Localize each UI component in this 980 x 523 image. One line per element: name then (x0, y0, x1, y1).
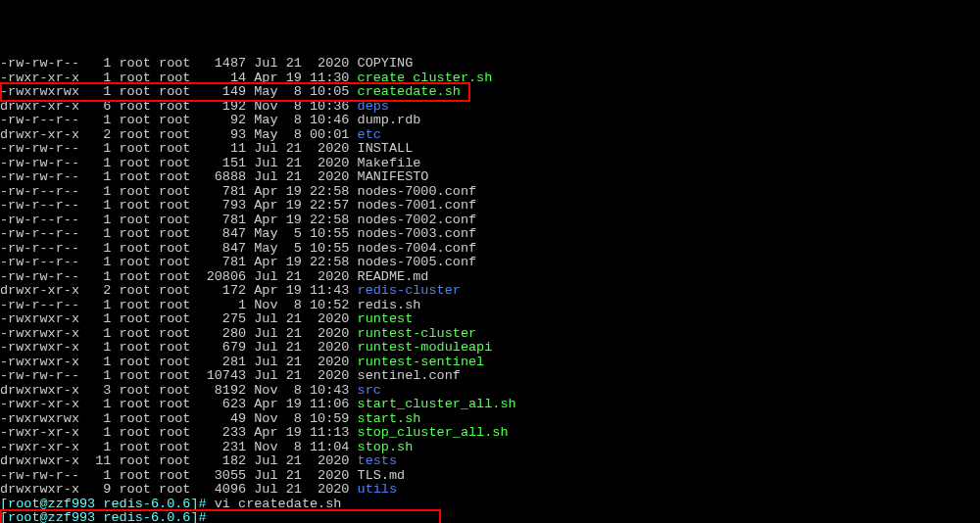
file-name: redis-cluster (358, 283, 461, 298)
file-name: nodes-7000.conf (358, 184, 477, 199)
ls-row: -rw-r--r-- 1 root root 793 Apr 19 22:57 … (0, 199, 980, 214)
terminal-window[interactable]: -rw-rw-r-- 1 root root 1487 Jul 21 2020 … (0, 57, 980, 523)
file-meta: -rwxrwxrwx 1 root root 149 May 8 10:05 (0, 84, 358, 99)
prompt-segment: ]# (190, 497, 214, 511)
ls-row: -rwxrwxr-x 1 root root 275 Jul 21 2020 r… (0, 312, 980, 327)
file-name: runtest-moduleapi (358, 340, 493, 355)
ls-row: -rw-rw-r-- 1 root root 151 Jul 21 2020 M… (0, 157, 980, 171)
ls-row: -rwxr-xr-x 1 root root 14 Apr 19 11:30 c… (0, 71, 980, 86)
file-meta: -rw-rw-r-- 1 root root 151 Jul 21 2020 (0, 156, 358, 170)
file-name: createdate.sh (358, 84, 461, 99)
prompt-segment: root@zzf993 (8, 497, 95, 511)
file-name: nodes-7002.conf (358, 213, 477, 227)
file-name: utils (358, 482, 398, 497)
file-meta: drwxr-xr-x 2 root root 93 May 8 00:01 (0, 127, 358, 142)
file-name: create_cluster.sh (358, 71, 493, 85)
file-name: COPYING (358, 56, 414, 71)
file-name: TLS.md (358, 468, 406, 483)
file-name: Makefile (358, 156, 421, 170)
command-text: vi createdate.sh (215, 497, 342, 511)
file-meta: -rwxrwxrwx 1 root root 49 Nov 8 10:59 (0, 411, 358, 426)
file-name: nodes-7003.conf (358, 226, 477, 241)
prompt-segment: [ (0, 497, 8, 511)
file-name: sentinel.conf (358, 368, 461, 383)
file-meta: -rw-r--r-- 1 root root 847 May 5 10:55 (0, 226, 358, 241)
file-name: start_cluster_all.sh (358, 397, 516, 411)
file-name: MANIFESTO (358, 169, 429, 184)
file-meta: -rw-rw-r-- 1 root root 6888 Jul 21 2020 (0, 169, 358, 184)
file-meta: -rwxr-xr-x 1 root root 14 Apr 19 11:30 (0, 71, 358, 85)
ls-row: -rwxrwxrwx 1 root root 49 Nov 8 10:59 st… (0, 412, 980, 427)
ls-row: -rw-r--r-- 1 root root 847 May 5 10:55 n… (0, 242, 980, 257)
file-name: stop.sh (358, 440, 414, 454)
file-name: tests (358, 453, 398, 468)
file-name: nodes-7001.conf (358, 198, 477, 213)
ls-row: drwxrwxr-x 3 root root 8192 Nov 8 10:43 … (0, 384, 980, 399)
file-meta: drwxrwxr-x 3 root root 8192 Nov 8 10:43 (0, 383, 358, 398)
file-meta: drwxrwxr-x 9 root root 4096 Jul 21 2020 (0, 482, 358, 497)
file-meta: -rwxr-xr-x 1 root root 623 Apr 19 11:06 (0, 397, 358, 411)
file-meta: drwxrwxr-x 11 root root 182 Jul 21 2020 (0, 453, 358, 468)
file-name: deps (358, 99, 389, 114)
ls-row: -rw-r--r-- 1 root root 781 Apr 19 22:58 … (0, 214, 980, 228)
prompt-segment: ]# (190, 510, 214, 523)
file-meta: -rw-r--r-- 1 root root 781 Apr 19 22:58 (0, 213, 358, 227)
file-meta: -rw-r--r-- 1 root root 781 Apr 19 22:58 (0, 184, 358, 199)
ls-row: drwxr-xr-x 6 root root 192 Nov 8 10:36 d… (0, 100, 980, 115)
ls-row: drwxr-xr-x 2 root root 172 Apr 19 11:43 … (0, 284, 980, 299)
file-meta: drwxr-xr-x 2 root root 172 Apr 19 11:43 (0, 283, 358, 298)
file-name: dump.rdb (358, 113, 421, 127)
ls-row: -rwxr-xr-x 1 root root 233 Apr 19 11:13 … (0, 426, 980, 441)
file-name: etc (358, 127, 381, 142)
file-name: runtest-cluster (358, 326, 477, 341)
file-meta: -rwxrwxr-x 1 root root 281 Jul 21 2020 (0, 355, 358, 369)
file-meta: -rw-r--r-- 1 root root 1 Nov 8 10:52 (0, 298, 358, 312)
ls-row: -rw-rw-r-- 1 root root 10743 Jul 21 2020… (0, 369, 980, 384)
file-meta: -rwxr-xr-x 1 root root 233 Apr 19 11:13 (0, 425, 358, 440)
file-name: INSTALL (358, 141, 414, 156)
file-name: start.sh (358, 411, 421, 426)
ls-row: -rwxr-xr-x 1 root root 623 Apr 19 11:06 … (0, 398, 980, 412)
prompt-line[interactable]: [root@zzf993 redis-6.0.6]# (0, 511, 980, 523)
prompt-segment: root@zzf993 (8, 510, 95, 523)
file-meta: -rwxr-xr-x 1 root root 231 Nov 8 11:04 (0, 440, 358, 454)
ls-row: -rw-r--r-- 1 root root 781 Apr 19 22:58 … (0, 256, 980, 270)
file-name: redis.sh (358, 298, 421, 312)
ls-row: -rw-rw-r-- 1 root root 3055 Jul 21 2020 … (0, 469, 980, 484)
ls-row: -rwxrwxr-x 1 root root 281 Jul 21 2020 r… (0, 356, 980, 370)
file-meta: -rw-r--r-- 1 root root 793 Apr 19 22:57 (0, 198, 358, 213)
file-name: src (358, 383, 381, 398)
file-name: runtest (358, 311, 414, 326)
file-meta: -rw-r--r-- 1 root root 781 Apr 19 22:58 (0, 255, 358, 269)
file-meta: -rwxrwxr-x 1 root root 275 Jul 21 2020 (0, 311, 358, 326)
file-meta: -rw-rw-r-- 1 root root 20806 Jul 21 2020 (0, 269, 358, 284)
file-meta: -rw-r--r-- 1 root root 847 May 5 10:55 (0, 241, 358, 256)
ls-row: -rwxrwxr-x 1 root root 679 Jul 21 2020 r… (0, 341, 980, 356)
ls-row: -rw-r--r-- 1 root root 781 Apr 19 22:58 … (0, 185, 980, 200)
file-name: nodes-7004.conf (358, 241, 477, 256)
file-meta: -rwxrwxr-x 1 root root 679 Jul 21 2020 (0, 340, 358, 355)
file-name: stop_cluster_all.sh (358, 425, 509, 440)
ls-row: -rwxrwxr-x 1 root root 280 Jul 21 2020 r… (0, 327, 980, 342)
file-meta: -rw-r--r-- 1 root root 92 May 8 10:46 (0, 113, 358, 127)
file-meta: drwxr-xr-x 6 root root 192 Nov 8 10:36 (0, 99, 358, 114)
file-meta: -rw-rw-r-- 1 root root 1487 Jul 21 2020 (0, 56, 358, 71)
ls-row: -rw-r--r-- 1 root root 92 May 8 10:46 du… (0, 114, 980, 128)
ls-row: -rw-rw-r-- 1 root root 1487 Jul 21 2020 … (0, 57, 980, 71)
file-meta: -rw-rw-r-- 1 root root 10743 Jul 21 2020 (0, 368, 358, 383)
ls-row: drwxrwxr-x 9 root root 4096 Jul 21 2020 … (0, 483, 980, 498)
ls-row: drwxr-xr-x 2 root root 93 May 8 00:01 et… (0, 128, 980, 143)
file-name: nodes-7005.conf (358, 255, 477, 269)
ls-row: -rw-rw-r-- 1 root root 11 Jul 21 2020 IN… (0, 142, 980, 157)
prompt-segment: redis-6.0.6 (95, 510, 190, 523)
ls-row: -rw-r--r-- 1 root root 847 May 5 10:55 n… (0, 227, 980, 242)
file-name: runtest-sentinel (358, 355, 485, 369)
prompt-segment: [ (0, 510, 8, 523)
file-meta: -rwxrwxr-x 1 root root 280 Jul 21 2020 (0, 326, 358, 341)
ls-row: -rw-rw-r-- 1 root root 20806 Jul 21 2020… (0, 270, 980, 285)
file-name: README.md (358, 269, 429, 284)
prompt-line[interactable]: [root@zzf993 redis-6.0.6]# vi createdate… (0, 498, 980, 512)
ls-row: -rwxrwxrwx 1 root root 149 May 8 10:05 c… (0, 85, 980, 100)
prompt-segment: redis-6.0.6 (95, 497, 190, 511)
ls-row: -rwxr-xr-x 1 root root 231 Nov 8 11:04 s… (0, 441, 980, 455)
